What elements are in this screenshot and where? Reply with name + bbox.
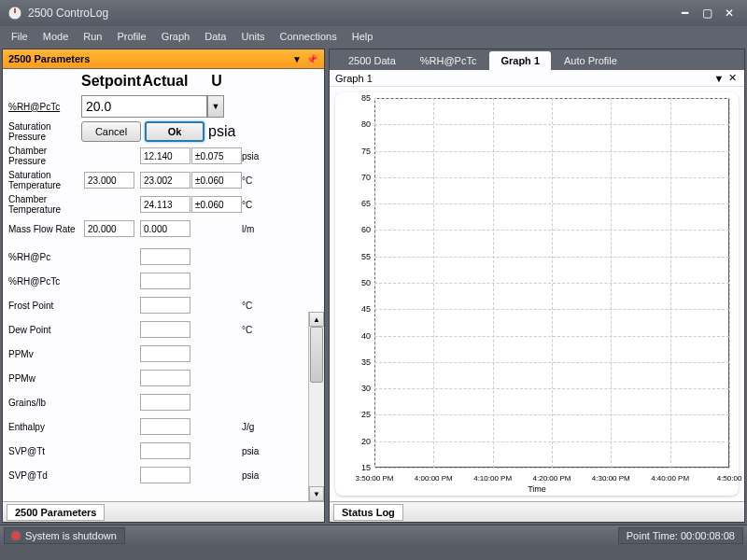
scroll-down-button[interactable]: ▼ [309,486,324,501]
setpoint-input[interactable] [84,220,134,237]
gridline-v [611,98,612,468]
scroll-up-button[interactable]: ▲ [309,312,324,327]
uncertainty-input[interactable] [191,196,242,213]
menu-file[interactable]: File [4,29,35,44]
param-label: Grains/lb [3,398,81,408]
actual-input[interactable] [140,220,190,237]
scroll-thumb[interactable] [310,327,323,383]
tab-rh-pctc[interactable]: %RH@PcTc [409,51,488,70]
col-u: U [193,73,240,90]
panel-dropdown-icon[interactable]: ▼ [290,52,303,65]
statusbar: System is shutdown Point Time: 00:00:08:… [0,525,747,545]
value-input[interactable] [140,370,190,386]
param-label: PPMv [3,349,81,359]
y-tick: 75 [361,147,371,156]
rh-combo-button[interactable]: ▼ [207,95,224,118]
system-status: System is shutdown [4,527,125,544]
param-row: %RH@PcTc [3,269,324,293]
value-input[interactable] [140,248,190,265]
tab-graph-1[interactable]: Graph 1 [489,51,551,70]
gridline-v [493,98,494,468]
menu-connections[interactable]: Connections [273,29,345,44]
param-label: %RH@Pc [3,252,81,262]
graph-title: Graph 1 [335,73,712,84]
param-row: Chamber Temperature °C [3,192,324,217]
y-tick: 15 [361,463,371,472]
panel-pin-icon[interactable]: 📌 [305,52,318,65]
x-tick: 4:10:00 PM [473,474,512,483]
menu-run[interactable]: Run [76,29,109,44]
actual-input[interactable] [140,172,190,189]
status-log-tab[interactable]: Status Log [333,504,403,521]
param-row: %RH@Pc [3,245,324,269]
param-unit: J/g [240,422,272,432]
value-input[interactable] [140,467,190,483]
parameters-scrollbar[interactable]: ▲ ▼ [308,312,324,501]
y-tick: 55 [361,252,371,261]
menu-graph[interactable]: Graph [154,29,198,44]
uncertainty-input[interactable] [191,147,242,164]
ok-button[interactable]: Ok [145,121,204,142]
param-label: Dew Point [3,325,81,335]
close-button[interactable]: ✕ [719,6,740,21]
param-unit: °C [240,175,272,186]
param-unit: °C [240,200,272,210]
tab-2500-data[interactable]: 2500 Data [337,51,407,70]
param-row: SVP@Tt psia [3,439,324,463]
param-unit: °C [240,301,272,311]
parameters-panel-header: 2500 Parameters ▼ 📌 [3,49,324,68]
cancel-button[interactable]: Cancel [81,121,141,142]
status-indicator-icon [12,532,20,539]
menu-data[interactable]: Data [197,29,233,44]
menu-units[interactable]: Units [233,29,272,44]
menu-mode[interactable]: Mode [35,29,77,44]
param-row: PPMw [3,366,324,390]
parameters-body: Setpoint Actual U %RH@PcTc ▼ Saturation … [3,68,324,501]
y-tick: 40 [361,331,371,341]
value-input[interactable] [140,345,190,362]
rh-setpoint-input[interactable] [81,95,207,118]
value-input[interactable] [140,442,190,459]
param-unit: psia [240,470,272,481]
x-axis-label: Time [528,484,546,494]
value-input[interactable] [140,418,190,435]
x-tick: 4:00:00 PM [415,474,453,483]
value-input[interactable] [140,273,190,289]
y-tick: 20 [361,437,371,446]
panel-title: 2500 Parameters [8,53,289,64]
column-headers: Setpoint Actual U [3,69,324,93]
parameters-footer-tab[interactable]: 2500 Parameters [7,504,105,521]
edit-buttons-row: Saturation Pressure Cancel Ok psia [3,119,324,144]
menu-help[interactable]: Help [345,29,381,44]
y-tick: 25 [361,410,371,419]
y-tick: 60 [361,225,371,234]
maximize-button[interactable]: ▢ [697,6,717,21]
menu-profile[interactable]: Profile [109,29,153,44]
actual-input[interactable] [140,147,190,164]
graph-panel-footer: Status Log [330,501,744,522]
actual-input[interactable] [140,196,190,213]
tab-auto-profile[interactable]: Auto Profile [553,51,628,70]
minimize-button[interactable]: ━ [674,6,695,21]
value-input[interactable] [140,394,190,411]
x-tick: 4:50:00 [717,474,742,483]
parameters-footer: 2500 Parameters [3,501,324,522]
rh-edit-label[interactable]: %RH@PcTc [3,102,81,112]
window-title: 2500 ControLog [28,7,672,20]
param-label: SVP@Td [3,470,81,481]
x-tick: 3:50:00 PM [356,474,394,483]
setpoint-input[interactable] [84,172,134,189]
param-unit: psia [240,446,272,456]
param-label: SVP@Tt [3,446,81,456]
graph-dropdown-icon[interactable]: ▼ [712,73,726,84]
param-label: Chamber Temperature [3,194,81,215]
parameters-panel: 2500 Parameters ▼ 📌 Setpoint Actual U %R… [2,49,325,523]
uncertainty-input[interactable] [191,172,242,189]
y-tick: 35 [361,357,371,367]
value-input[interactable] [140,321,190,338]
param-row: Grains/lb [3,390,324,414]
value-input[interactable] [140,297,190,314]
graph-close-icon[interactable]: ✕ [726,72,739,84]
menubar: File Mode Run Profile Graph Data Units C… [0,26,747,47]
gridline-v [552,98,553,468]
